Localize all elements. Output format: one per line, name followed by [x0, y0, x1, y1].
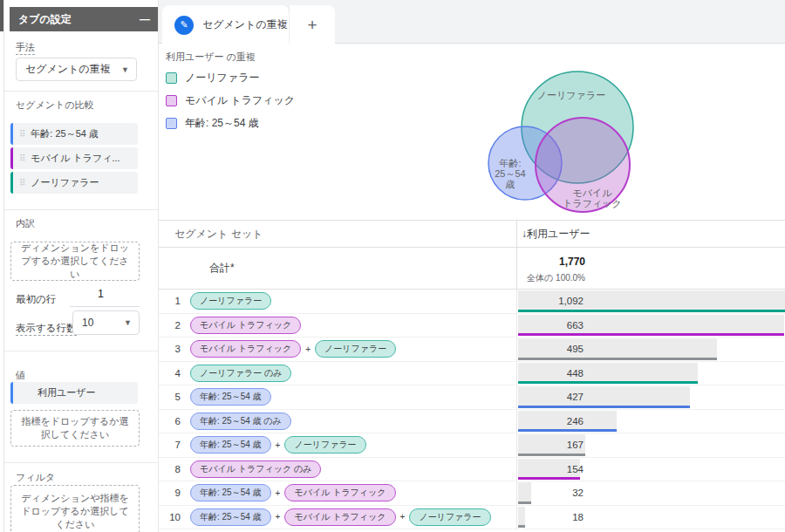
- table-header-row: セグメント セット ↓利用ユーザー: [159, 221, 785, 248]
- users-value-cell: 1,092: [516, 290, 785, 313]
- breakdown-dropzone[interactable]: ディメンションをドロップするか選択してください: [10, 242, 140, 281]
- table-row[interactable]: 6年齢: 25～54 歳 のみ246: [159, 410, 785, 434]
- edit-pencil-icon[interactable]: ✎: [174, 16, 194, 35]
- total-share: 全体の 100.0%: [517, 272, 585, 284]
- segment-chip[interactable]: モバイル トラフィック: [284, 484, 395, 501]
- first-row-label: 最初の行: [16, 293, 56, 306]
- metric-chip[interactable]: 利用ユーザー: [10, 382, 138, 404]
- minimize-icon[interactable]: —: [140, 13, 149, 25]
- venn-label-mobile-1: モバイル: [572, 188, 612, 198]
- segment-set-cell: 3モバイル トラフィック+ノーリファラー: [159, 338, 516, 361]
- row-number: 6: [159, 416, 181, 426]
- plus-separator: +: [400, 512, 406, 522]
- segment-chip[interactable]: 年齢: 25～54 歳: [190, 388, 271, 406]
- row-number: 9: [159, 488, 181, 498]
- segment-chip[interactable]: 年齢: 25～54 歳: [190, 484, 271, 501]
- tab-segment-overlap[interactable]: ✎ セグメントの重複 1 ▼: [162, 5, 289, 44]
- table-row[interactable]: 1ノーリファラー1,092: [159, 290, 785, 314]
- row-count-label: 表示する行数: [16, 322, 77, 335]
- filter-label: フィルタ: [16, 471, 55, 484]
- segment-chip-label: モバイル トラフィ...: [31, 152, 119, 165]
- segment-set-cell: 7年齢: 25～54 歳+ノーリファラー: [159, 433, 516, 457]
- row-number: 7: [159, 440, 181, 450]
- table-row[interactable]: 8モバイル トラフィック のみ154: [159, 458, 785, 482]
- segment-chips: 年齢: 25～54 歳 のみ: [190, 413, 291, 430]
- users-value: 1,092: [517, 296, 584, 306]
- venn-label-age-3: 歳: [506, 179, 515, 189]
- chevron-down-icon: ▼: [121, 65, 129, 74]
- venn-diagram: ノーリファラー 年齢: 25～54 歳 モバイル トラフィック: [159, 44, 785, 220]
- users-value: 448: [517, 368, 584, 379]
- segment-chip[interactable]: ノーリファラー: [315, 340, 396, 358]
- segment-chip[interactable]: モバイル トラフィック: [190, 340, 301, 358]
- table-total-row: 合計* 1,770 全体の 100.0%: [159, 248, 785, 290]
- row-count-value: 10: [82, 317, 93, 329]
- venn-label-age-1: 年齢:: [498, 158, 521, 168]
- row-number: 1: [159, 296, 181, 306]
- sidebar-segment-chip[interactable]: ⠿モバイル トラフィ...: [10, 147, 138, 169]
- segment-chips: ノーリファラー のみ: [190, 365, 291, 382]
- section-divider: [4, 209, 158, 210]
- segment-chip[interactable]: モバイル トラフィック: [284, 508, 395, 526]
- drag-handle-icon[interactable]: ⠿: [19, 129, 25, 139]
- drag-handle-icon[interactable]: ⠿: [19, 153, 25, 163]
- users-column-header[interactable]: ↓利用ユーザー: [516, 221, 785, 247]
- sidebar-segment-chip[interactable]: ⠿ノーリファラー: [10, 172, 138, 194]
- drag-handle-icon[interactable]: ⠿: [19, 178, 25, 188]
- table-row[interactable]: 9年齢: 25～54 歳+モバイル トラフィック32: [159, 481, 785, 506]
- panel-title: タブの設定: [18, 12, 72, 27]
- users-value: 427: [517, 392, 584, 402]
- segment-chip[interactable]: 年齢: 25～54 歳: [190, 508, 271, 526]
- users-value-cell: 246: [516, 410, 785, 433]
- values-label: 値: [16, 369, 25, 382]
- segment-chip[interactable]: 年齢: 25～54 歳: [190, 436, 271, 454]
- total-value-cell: 1,770 全体の 100.0%: [516, 248, 785, 289]
- first-row-input[interactable]: 1: [70, 288, 140, 307]
- tab-settings-header: タブの設定 —: [10, 7, 158, 31]
- table-row[interactable]: 4ノーリファラー のみ448: [159, 362, 785, 386]
- plus-separator: +: [276, 512, 281, 522]
- users-value: 495: [517, 344, 584, 354]
- segment-chip[interactable]: ノーリファラー: [190, 292, 271, 310]
- segment-chips: ノーリファラー: [190, 292, 271, 310]
- filter-dropzone[interactable]: ディメンションや指標をドロップするか選択してください: [10, 485, 140, 532]
- add-tab-button[interactable]: +: [289, 5, 335, 44]
- table-row[interactable]: 5年齢: 25～54 歳427: [159, 385, 785, 410]
- method-select[interactable]: セグメントの重複 ▼: [16, 58, 137, 81]
- row-number: 3: [159, 344, 181, 354]
- users-value-cell: 32: [516, 481, 785, 505]
- segment-chip[interactable]: モバイル トラフィック: [190, 317, 301, 334]
- segment-chip-label: ノーリファラー: [31, 176, 99, 189]
- sidebar-segment-chip[interactable]: ⠿年齢: 25～54 歳: [10, 123, 138, 145]
- venn-label-age-2: 25～54: [495, 168, 525, 179]
- metric-dropzone[interactable]: 指標をドロップするか選択してください: [10, 410, 140, 447]
- segment-chip[interactable]: ノーリファラー: [284, 436, 365, 454]
- users-value-cell: 427: [516, 385, 785, 409]
- users-value-cell: 167: [516, 433, 785, 457]
- plus-separator: +: [305, 344, 311, 354]
- tab-settings-panel: タブの設定 — 手法 セグメントの重複 ▼ セグメントの比較 ⠿年齢: 25～5…: [4, 0, 158, 532]
- table-row[interactable]: 2モバイル トラフィック663: [159, 314, 785, 338]
- users-value: 246: [517, 416, 584, 426]
- table-row[interactable]: 10年齢: 25～54 歳+モバイル トラフィック+ノーリファラー18: [159, 506, 785, 530]
- users-value-cell: 154: [516, 458, 785, 481]
- row-count-select[interactable]: 10 ▼: [72, 310, 140, 335]
- segment-set-cell: 6年齢: 25～54 歳 のみ: [159, 410, 516, 433]
- segment-chip[interactable]: ノーリファラー のみ: [190, 365, 291, 382]
- breakdown-label: 内訳: [16, 217, 35, 230]
- users-value: 32: [517, 488, 584, 498]
- table-row[interactable]: 7年齢: 25～54 歳+ノーリファラー167: [159, 433, 785, 458]
- segment-chip[interactable]: モバイル トラフィック のみ: [190, 460, 321, 478]
- segment-set-cell: 9年齢: 25～54 歳+モバイル トラフィック: [159, 481, 516, 505]
- table-row[interactable]: 3モバイル トラフィック+ノーリファラー495: [159, 338, 785, 362]
- tab-title: セグメントの重複 1: [202, 17, 297, 32]
- segment-chip[interactable]: 年齢: 25～54 歳 のみ: [190, 413, 291, 430]
- row-number: 5: [159, 392, 181, 402]
- total-users: 1,770: [517, 256, 585, 268]
- users-value: 167: [517, 440, 584, 450]
- users-value: 18: [517, 512, 584, 522]
- table-body: 1ノーリファラー1,0922モバイル トラフィック6633モバイル トラフィック…: [159, 290, 785, 529]
- segment-chip[interactable]: ノーリファラー: [409, 508, 490, 526]
- segment-set-column-header: セグメント セット: [159, 227, 516, 242]
- segment-set-cell: 1ノーリファラー: [159, 290, 516, 313]
